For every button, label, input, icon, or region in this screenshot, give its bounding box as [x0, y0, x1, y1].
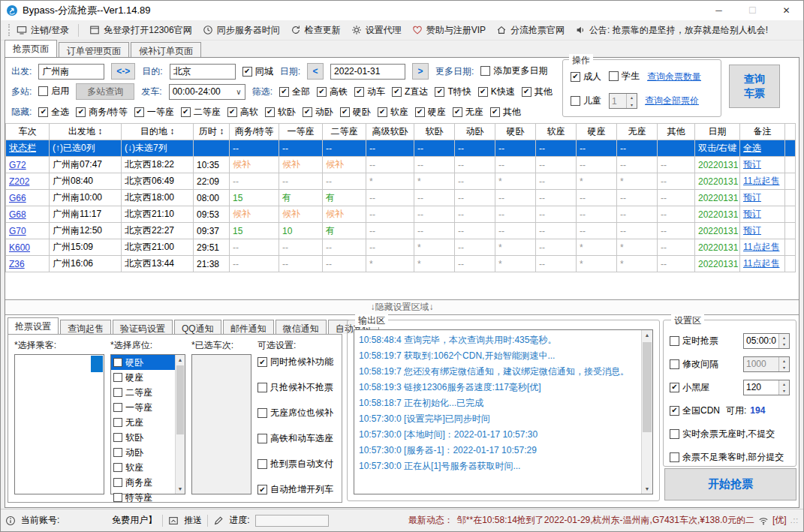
minimize-button[interactable]: ─ — [702, 1, 736, 20]
next-date-button[interactable]: > — [412, 63, 429, 80]
tab-候补订单页面[interactable]: 候补订单页面 — [131, 42, 201, 57]
spinner-up-icon[interactable]: ▴ — [779, 357, 789, 365]
train-link[interactable]: Z202 — [6, 173, 50, 190]
seat-option-动卧[interactable]: 动卧 — [111, 445, 175, 460]
toolbar-item-window[interactable]: 免登录打开12306官网 — [89, 24, 191, 37]
train-type-checkbox[interactable]: ✔Z直达 — [392, 86, 428, 98]
seat-listbox[interactable]: 硬卧硬座二等座一等座无座软卧动卧软座商务座特等座 ▲ ▼ — [110, 354, 185, 494]
spinner-down-icon[interactable]: ▾ — [627, 101, 637, 109]
note-link[interactable]: 预订 — [740, 157, 785, 173]
column-header[interactable]: 软座 — [536, 124, 577, 140]
maximize-button[interactable]: ☐ — [736, 1, 769, 20]
table-row[interactable]: K600广州15:09北京西21:0029:51--------*--*--**… — [6, 239, 796, 256]
adult-checkbox[interactable]: ✔成人 — [571, 71, 601, 83]
note-link[interactable]: 预订 — [740, 190, 785, 206]
table-row[interactable]: G68广州南11:17北京西21:1009:53候补候补候补----------… — [6, 206, 796, 223]
toolbar-item-logout[interactable]: 注销/登录 — [17, 24, 79, 37]
child-count-stepper[interactable]: ▴▾ — [609, 93, 637, 109]
toolbar-item-clock[interactable]: 同步服务器时间 — [203, 24, 280, 37]
scroll-up-icon[interactable]: ▲ — [642, 330, 652, 340]
multi-station-enable-checkbox[interactable]: 启用 — [38, 85, 69, 98]
toolbar-item-heart[interactable]: 赞助与注册VIP — [412, 24, 486, 37]
seat-option-硬座[interactable]: 硬座 — [111, 370, 175, 385]
setting-stepper-小黑屋[interactable]: ▴▾ — [743, 380, 790, 395]
hide-seat-checkbox[interactable]: ✔硬座 — [415, 106, 446, 119]
dest-input[interactable] — [170, 64, 236, 80]
scroll-thumb[interactable] — [176, 365, 184, 434]
spinner-down-icon[interactable]: ▾ — [779, 387, 789, 395]
hide-seat-checkbox[interactable]: ✔动卧 — [303, 106, 333, 119]
hide-seat-checkbox[interactable]: ✔二等座 — [181, 106, 221, 119]
settings-tab-QQ通知[interactable]: QQ通知 — [174, 320, 221, 334]
seat-option-软卧[interactable]: 软卧 — [111, 430, 175, 445]
table-cell[interactable]: 状态栏 — [6, 140, 50, 157]
column-header[interactable]: 硬卧 — [495, 124, 536, 140]
student-checkbox[interactable]: 学生 — [609, 70, 640, 83]
push-label[interactable]: 推送 — [184, 514, 202, 527]
hide-seat-checkbox[interactable]: ✔软卧 — [265, 106, 296, 119]
date-input[interactable] — [330, 64, 405, 80]
tab-抢票页面[interactable]: 抢票页面 — [5, 40, 57, 57]
column-header[interactable]: 软卧 — [414, 124, 455, 140]
hide-seat-checkbox[interactable]: ✔全选 — [38, 106, 69, 119]
add-more-dates-checkbox[interactable]: 添加更多日期 — [480, 65, 547, 77]
hide-seat-checkbox[interactable]: ✔软座 — [378, 106, 408, 119]
toolbar-item-refresh[interactable]: 检查更新 — [291, 24, 341, 37]
selected-trains-listbox[interactable] — [191, 354, 251, 494]
multi-station-query-button[interactable]: 多站查询 — [76, 83, 134, 100]
depart-input[interactable] — [38, 64, 104, 80]
settings-tab-验证码设置[interactable]: 验证码设置 — [113, 320, 173, 334]
train-link[interactable]: Z36 — [6, 256, 50, 272]
hide-seat-checkbox[interactable]: ✔无座 — [453, 106, 483, 119]
table-row[interactable]: G66广州南10:00北京西18:0008:0015有有------------… — [6, 190, 796, 206]
train-type-checkbox[interactable]: ✔全部 — [279, 86, 310, 98]
toolbar-item-speaker[interactable]: 公告: 抢票靠的是坚持，放弃就是给别人机会! — [575, 24, 768, 37]
column-header[interactable]: 历时 ↕ — [194, 124, 230, 140]
option-checkbox-无座席位也候补[interactable]: 无座席位也候补 — [257, 407, 339, 419]
table-row[interactable]: G70广州南12:50北京西22:2709:371510有-----------… — [6, 223, 796, 239]
table-row[interactable]: Z36广州16:06北京西13:4421:38------**--*--**--… — [6, 256, 796, 272]
train-type-checkbox[interactable]: ✔高铁 — [317, 86, 348, 98]
setting-checkbox-余票不足乘客时,部分提交[interactable]: 余票不足乘客时,部分提交 — [670, 451, 784, 464]
scroll-down-icon[interactable]: ▼ — [642, 484, 652, 494]
option-checkbox-同时抢候补功能[interactable]: ✔同时抢候补功能 — [257, 356, 339, 368]
hide-seat-checkbox[interactable]: ✔高软 — [227, 106, 258, 119]
table-row[interactable]: Z202广州08:40北京西06:4922:09------**--*--**-… — [6, 173, 796, 190]
output-scrollbar[interactable]: ▲ ▼ — [641, 330, 652, 494]
depart-time-combobox[interactable]: 00:00-24:00 ∨ — [169, 84, 245, 100]
setting-stepper-定时抢票[interactable]: ▴▾ — [743, 333, 790, 349]
start-grabbing-button[interactable]: 开始抢票 — [664, 468, 796, 500]
scroll-up-icon[interactable]: ▲ — [176, 355, 185, 365]
hide-settings-bar-button[interactable]: ↓隐藏设置区域↓ — [5, 299, 799, 315]
output-log[interactable]: 10:58:48:4 查询完毕，本次查询共用时:435毫秒。10:58:19:7… — [354, 329, 653, 494]
note-link[interactable]: 11点起售 — [740, 173, 785, 190]
column-header[interactable]: 一等座 — [279, 124, 323, 140]
column-header[interactable]: 备注 — [740, 124, 785, 140]
setting-stepper-修改间隔[interactable]: ▴▾ — [743, 356, 790, 372]
column-header[interactable]: 其他 — [658, 124, 695, 140]
settings-tab-抢票设置[interactable]: 抢票设置 — [8, 317, 59, 334]
column-header[interactable]: 动卧 — [455, 124, 495, 140]
column-header[interactable]: 高级软卧 — [366, 124, 414, 140]
swap-stations-button[interactable]: <-> — [111, 63, 135, 80]
setting-checkbox-小黑屋[interactable]: ✔小黑屋 — [670, 381, 709, 394]
seat-option-一等座[interactable]: 一等座 — [111, 400, 175, 415]
note-link[interactable]: 预订 — [740, 206, 785, 223]
note-link[interactable]: 11点起售 — [740, 239, 785, 256]
status-row[interactable]: 状态栏(↑)已选0列(↓)未选7列--------------------双击/… — [6, 140, 796, 157]
child-checkbox[interactable]: 儿童 — [571, 95, 601, 107]
settings-tab-邮件通知[interactable]: 邮件通知 — [223, 320, 274, 334]
hide-seat-checkbox[interactable]: ✔其他 — [490, 106, 521, 119]
same-city-checkbox[interactable]: ✔同城 — [242, 65, 273, 78]
scroll-down-icon[interactable]: ▼ — [176, 484, 185, 494]
column-header[interactable]: 硬座 — [577, 124, 617, 140]
train-link[interactable]: G72 — [6, 157, 50, 173]
seat-option-软座[interactable]: 软座 — [111, 460, 175, 475]
note-link[interactable]: 11点起售 — [740, 256, 785, 272]
tab-订单管理页面[interactable]: 订单管理页面 — [59, 42, 129, 57]
column-header[interactable]: 目的地 ↕ — [122, 124, 194, 140]
train-type-checkbox[interactable]: ✔K快速 — [478, 86, 515, 98]
train-type-checkbox[interactable]: ✔动车 — [354, 86, 385, 98]
scroll-thumb[interactable] — [643, 342, 652, 432]
column-header[interactable]: 日期 — [695, 124, 740, 140]
